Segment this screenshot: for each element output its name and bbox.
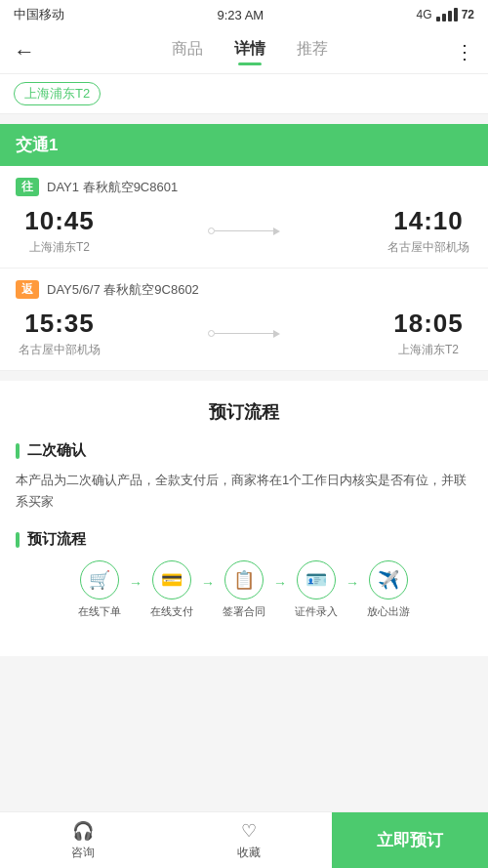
step-3-label: 签署合同 xyxy=(223,604,265,619)
consult-icon: 🎧 xyxy=(72,820,94,842)
collect-icon: ♡ xyxy=(241,820,257,842)
outbound-arr-time: 14:10 xyxy=(385,206,472,236)
return-flight-info: DAY5/6/7 春秋航空9C8602 xyxy=(47,281,199,299)
tab-goods[interactable]: 商品 xyxy=(172,39,203,63)
step-arrow-1: → xyxy=(129,575,142,591)
nav-tabs: 商品 详情 推荐 xyxy=(45,39,455,63)
confirmation-title: 二次确认 xyxy=(16,441,472,460)
outbound-direction-tag: 往 xyxy=(16,178,39,196)
collect-button[interactable]: ♡ 收藏 xyxy=(166,812,332,868)
process-title: 预订流程 xyxy=(16,530,472,549)
step-5: ✈️ 放心出游 xyxy=(363,560,414,619)
return-arr-airport: 上海浦东T2 xyxy=(385,342,472,358)
step-4: 🪪 证件录入 xyxy=(291,560,342,619)
process-subsection: 预订流程 🛒 在线下单 → 💳 在线支付 → 📋 签署合同 → xyxy=(16,530,472,619)
step-2-icon: 💳 xyxy=(152,560,191,599)
return-dep-airport: 名古屋中部机场 xyxy=(16,342,103,358)
outbound-flight-row: 往 DAY1 春秋航空9C8601 10:45 上海浦东T2 xyxy=(0,166,488,269)
step-3-icon: 📋 xyxy=(224,560,264,599)
outbound-label-row: 往 DAY1 春秋航空9C8601 xyxy=(16,178,472,196)
outbound-dep-airport: 上海浦东T2 xyxy=(16,239,103,256)
return-flight-row: 返 DAY5/6/7 春秋航空9C8602 15:35 名古屋中部机场 xyxy=(0,269,488,371)
return-label-row: 返 DAY5/6/7 春秋航空9C8602 xyxy=(16,280,472,299)
status-right: 4G 72 xyxy=(417,8,474,21)
booking-section-title: 预订流程 xyxy=(16,400,472,424)
step-5-label: 放心出游 xyxy=(367,604,410,619)
return-times: 15:35 名古屋中部机场 18:05 上海浦东T2 xyxy=(16,309,472,358)
book-now-button[interactable]: 立即预订 xyxy=(332,812,488,868)
outbound-arr: 14:10 名古屋中部机场 xyxy=(385,206,472,256)
step-3: 📋 签署合同 xyxy=(219,560,269,619)
status-bar: 中国移动 9:23 AM 4G 72 xyxy=(0,0,488,29)
return-dep: 15:35 名古屋中部机场 xyxy=(16,309,103,358)
nav-bar: ← 商品 详情 推荐 ⋮ xyxy=(0,29,488,74)
step-arrow-2: → xyxy=(201,575,215,591)
return-dep-time: 15:35 xyxy=(16,309,103,339)
consult-button[interactable]: 🎧 咨询 xyxy=(0,812,166,868)
consult-label: 咨询 xyxy=(71,845,95,861)
tab-detail[interactable]: 详情 xyxy=(234,39,265,63)
signal-bars-icon xyxy=(436,8,458,21)
traffic-card: 交通1 往 DAY1 春秋航空9C8601 10:45 上海浦东T2 xyxy=(0,124,488,371)
battery-label: 72 xyxy=(462,8,474,21)
time-label: 9:23 AM xyxy=(217,8,264,22)
green-bar-icon-2 xyxy=(16,532,20,548)
steps-row: 🛒 在线下单 → 💳 在线支付 → 📋 签署合同 → 🪪 证件录入 xyxy=(16,560,472,619)
tag-strip: 上海浦东T2 xyxy=(0,74,488,114)
step-1: 🛒 在线下单 xyxy=(74,560,125,619)
confirmation-body: 本产品为二次确认产品，全款支付后，商家将在1个工作日内核实是否有位，并联系买家 xyxy=(16,470,472,513)
step-4-icon: 🪪 xyxy=(297,560,336,599)
step-5-icon: ✈️ xyxy=(369,560,408,599)
tab-recommend[interactable]: 推荐 xyxy=(297,39,328,63)
outbound-dep-time: 10:45 xyxy=(16,206,103,236)
return-arr: 18:05 上海浦东T2 xyxy=(385,309,472,358)
step-2-label: 在线支付 xyxy=(150,604,193,619)
step-2: 💳 在线支付 xyxy=(146,560,197,619)
content-area: 交通1 往 DAY1 春秋航空9C8601 10:45 上海浦东T2 xyxy=(0,114,488,744)
bottom-bar: 🎧 咨询 ♡ 收藏 立即预订 xyxy=(0,811,488,868)
outbound-flight-info: DAY1 春秋航空9C8601 xyxy=(47,179,178,196)
signal-label: 4G xyxy=(417,8,432,21)
step-4-label: 证件录入 xyxy=(295,604,338,619)
outbound-dep: 10:45 上海浦东T2 xyxy=(16,206,103,256)
traffic-header: 交通1 xyxy=(0,124,488,166)
more-button[interactable]: ⋮ xyxy=(455,40,474,63)
green-bar-icon xyxy=(16,443,20,459)
flight-arrow-out xyxy=(103,227,385,235)
step-arrow-3: → xyxy=(273,575,287,591)
location-tag: 上海浦东T2 xyxy=(14,82,101,105)
collect-label: 收藏 xyxy=(237,845,261,861)
confirmation-subsection: 二次确认 本产品为二次确认产品，全款支付后，商家将在1个工作日内核实是否有位，并… xyxy=(16,441,472,513)
return-direction-tag: 返 xyxy=(16,280,39,299)
flight-arrow-ret xyxy=(103,330,385,338)
step-arrow-4: → xyxy=(346,575,359,591)
return-arr-time: 18:05 xyxy=(385,309,472,339)
back-button[interactable]: ← xyxy=(14,41,35,62)
booking-section: 预订流程 二次确认 本产品为二次确认产品，全款支付后，商家将在1个工作日内核实是… xyxy=(0,381,488,656)
carrier-label: 中国移动 xyxy=(14,6,64,23)
outbound-arr-airport: 名古屋中部机场 xyxy=(385,239,472,256)
outbound-times: 10:45 上海浦东T2 14:10 名古屋中部机场 xyxy=(16,206,472,256)
step-1-label: 在线下单 xyxy=(78,604,121,619)
step-1-icon: 🛒 xyxy=(80,560,119,599)
